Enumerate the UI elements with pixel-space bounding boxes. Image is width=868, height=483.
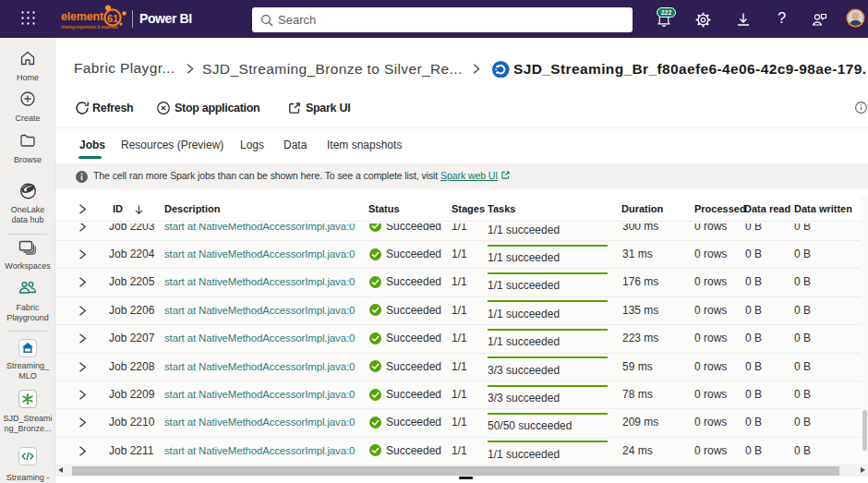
svg-text:61: 61: [107, 13, 118, 24]
